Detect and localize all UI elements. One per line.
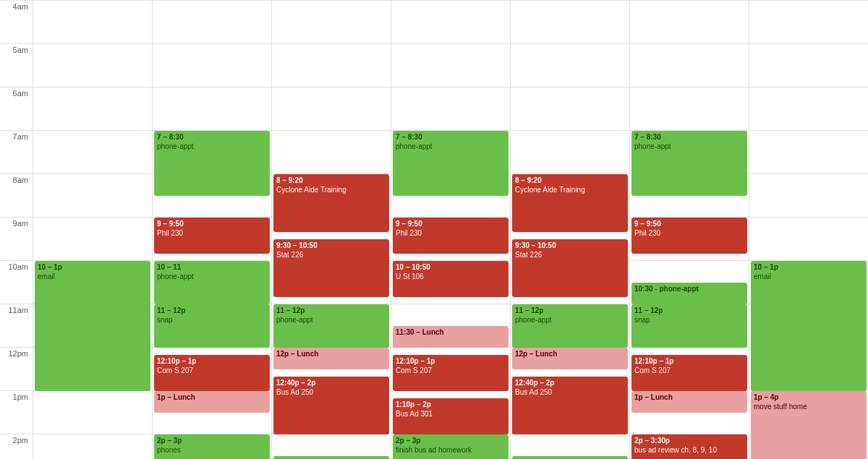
time-2pm: 2pm: [0, 434, 33, 459]
event-fri-lunch[interactable]: 1p – Lunch: [631, 391, 747, 413]
tuesday-5am: [272, 43, 391, 87]
wednesday-11am: 11:30 – Lunch: [391, 304, 510, 347]
event-sat-email[interactable]: 10 – 1p email: [751, 261, 867, 391]
event-tue-busad250[interactable]: 12:40p – 2p Bus Ad 250: [273, 377, 389, 434]
event-tue-phone-appt-2[interactable]: 2:30p – 3:30p phone-appt: [273, 456, 389, 459]
saturday-7am: [749, 130, 868, 173]
wednesday-7am: 7 – 8:30 phone-appt: [391, 130, 510, 173]
thursday-12pm: 12p – Lunch 12:40p – 2p Bus Ad 250: [511, 347, 629, 390]
saturday-9am: [749, 217, 868, 260]
day-sunday: 10 – 1p email: [33, 0, 152, 459]
monday-5am: [153, 43, 271, 87]
tuesday-12pm: 12p – Lunch 12:40p – 2p Bus Ad 250: [272, 347, 391, 390]
time-8am: 8am: [0, 173, 33, 217]
saturday-1pm: 1p – 4p move stuff home: [749, 390, 868, 434]
event-sat-move[interactable]: 1p – 4p move stuff home: [751, 391, 867, 459]
friday-5am: [630, 43, 749, 87]
thursday-5am: [511, 43, 629, 87]
event-mon-phone-appt-10[interactable]: 10 – 11 phone-appt: [154, 261, 270, 304]
tuesday-7am: [272, 130, 391, 173]
event-tue-lunch[interactable]: 12p – Lunch: [273, 348, 389, 369]
event-thu-stat226[interactable]: 9:30 – 10:50 Stat 226: [512, 239, 628, 297]
event-mon-coms207[interactable]: 12:10p – 1p Com S 207: [154, 355, 270, 391]
thursday-6am: [511, 87, 629, 130]
event-wed-busad301[interactable]: 1:10p – 2p Bus Ad 301: [393, 398, 509, 434]
sunday-5am: [33, 43, 152, 87]
monday-12pm: 12:10p – 1p Com S 207: [153, 347, 271, 390]
day-monday: 7 – 8:30 phone-appt 9 – 9:50 Phil 230 10…: [152, 0, 271, 459]
sunday-10am: 10 – 1p email: [33, 260, 152, 304]
event-thu-busad250[interactable]: 12:40p – 2p Bus Ad 250: [512, 377, 628, 434]
event-fri-busad-review[interactable]: 2p – 3:30p bus ad review ch. 8, 9, 10: [631, 434, 747, 459]
event-wed-coms207[interactable]: 12:10p – 1p Com S 207: [393, 355, 509, 391]
event-wed-lunch[interactable]: 11:30 – Lunch: [393, 326, 509, 348]
event-wed-phone-appt-7[interactable]: 7 – 8:30 phone-appt: [393, 131, 509, 196]
wednesday-5am: [391, 43, 510, 87]
event-wed-phil230[interactable]: 9 – 9:50 Phil 230: [393, 218, 509, 254]
time-1pm: 1pm: [0, 390, 33, 434]
event-sunday-email[interactable]: 10 – 1p email: [35, 261, 150, 391]
event-thu-cyclone[interactable]: 8 – 9:20 Cyclone Aide Training: [512, 174, 628, 232]
tuesday-11am: 11 – 12p phone-appt: [272, 304, 391, 347]
friday-7am: 7 – 8:30 phone-appt: [630, 130, 749, 173]
event-mon-snap[interactable]: 11 – 12p snap: [154, 304, 270, 348]
friday-12pm: 12:10p – 1p Com S 207: [630, 347, 749, 390]
saturday-5am: [749, 43, 868, 87]
event-tue-stat226[interactable]: 9:30 – 10:50 Stat 226: [273, 239, 389, 297]
time-column: 4am 5am 6am 7am 8am 9am 10am 11am 12pm 1…: [0, 0, 33, 459]
event-thu-phone-appt-2[interactable]: 2:30p – 3:30p phone-appt: [512, 456, 628, 459]
day-thursday: 8 – 9:20 Cyclone Aide Training 9:30 – 10…: [510, 0, 629, 459]
sunday-7am: [33, 130, 152, 173]
event-mon-lunch[interactable]: 1p – Lunch: [154, 391, 270, 413]
friday-6am: [630, 87, 749, 130]
tuesday-6am: [272, 87, 391, 130]
saturday-4am: [749, 0, 868, 43]
event-mon-phones[interactable]: 2p – 3p phones: [154, 434, 270, 459]
sunday-8am: [33, 173, 152, 217]
time-6am: 6am: [0, 87, 33, 130]
day-saturday: 10 – 1p email 1p – 4p move stuff home 4p…: [749, 0, 868, 459]
event-mon-phil230[interactable]: 9 – 9:50 Phil 230: [154, 218, 270, 254]
tuesday-2pm: 2:30p – 3:30p phone-appt: [272, 434, 391, 459]
saturday-8am: [749, 173, 868, 217]
calendar-container: 4am 5am 6am 7am 8am 9am 10am 11am 12pm 1…: [0, 0, 868, 459]
wednesday-1pm: 1:10p – 2p Bus Ad 301: [391, 390, 510, 434]
event-thu-phone-appt[interactable]: 11 – 12p phone-appt: [512, 304, 628, 348]
thursday-2pm: 2:30p – 3:30p phone-appt: [511, 434, 629, 459]
tuesday-4am: [272, 0, 391, 43]
friday-9am: 9 – 9:50 Phil 230: [630, 217, 749, 260]
time-10am: 10am: [0, 260, 33, 304]
friday-1pm: 1p – Lunch: [630, 390, 749, 434]
event-fri-phone-appt-7[interactable]: 7 – 8:30 phone-appt: [631, 131, 747, 196]
event-fri-phone-appt-10[interactable]: 10:30 - phone-appt: [631, 283, 747, 304]
event-wed-busad-hw[interactable]: 2p – 3p finish bus ad homework: [393, 434, 509, 459]
time-9am: 9am: [0, 217, 33, 260]
friday-2pm: 2p – 3:30p bus ad review ch. 8, 9, 10: [630, 434, 749, 459]
saturday-10am: 10 – 1p email: [749, 260, 868, 304]
monday-2pm: 2p – 3p phones: [153, 434, 271, 459]
sunday-9am: [33, 217, 152, 260]
monday-1pm: 1p – Lunch: [153, 390, 271, 434]
event-fri-coms207[interactable]: 12:10p – 1p Com S 207: [631, 355, 747, 391]
wednesday-6am: [391, 87, 510, 130]
time-12pm: 12pm: [0, 347, 33, 390]
sunday-4am: [33, 0, 152, 43]
monday-9am: 9 – 9:50 Phil 230: [153, 217, 271, 260]
sunday-2pm: [33, 434, 152, 459]
event-wed-ust106[interactable]: 10 – 10:50 U St 106: [393, 261, 509, 297]
saturday-6am: [749, 87, 868, 130]
monday-10am: 10 – 11 phone-appt: [153, 260, 271, 304]
event-fri-snap[interactable]: 11 – 12p snap: [631, 304, 747, 348]
sunday-6am: [33, 87, 152, 130]
event-tue-cyclone[interactable]: 8 – 9:20 Cyclone Aide Training: [273, 174, 389, 232]
thursday-4am: [511, 0, 629, 43]
wednesday-9am: 9 – 9:50 Phil 230 10 – 10:50 U St 106: [391, 217, 510, 260]
event-tue-phone-appt[interactable]: 11 – 12p phone-appt: [273, 304, 389, 348]
event-mon-phone-appt-7[interactable]: 7 – 8:30 phone-appt: [154, 131, 270, 196]
monday-6am: [153, 87, 271, 130]
thursday-7am: [511, 130, 629, 173]
event-thu-lunch[interactable]: 12p – Lunch: [512, 348, 628, 369]
monday-11am: 11 – 12p snap: [153, 304, 271, 347]
event-fri-phil230[interactable]: 9 – 9:50 Phil 230: [631, 218, 747, 254]
day-tuesday: 8 – 9:20 Cyclone Aide Training 9:30 – 10…: [271, 0, 391, 459]
